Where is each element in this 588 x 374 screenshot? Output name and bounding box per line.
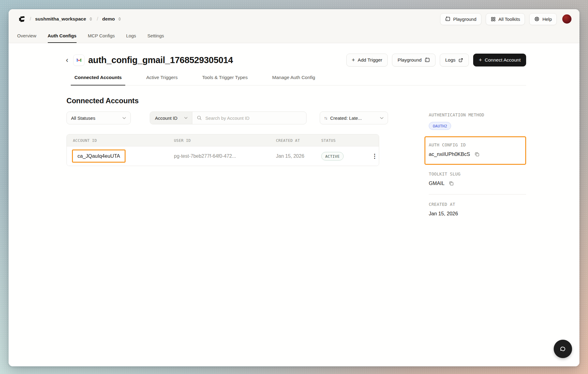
breadcrumb-separator: / bbox=[30, 16, 31, 22]
subtab-tools-trigger-types[interactable]: Tools & Trigger Types bbox=[198, 75, 251, 85]
project-name: demo bbox=[102, 16, 115, 22]
chevron-down-icon bbox=[184, 117, 188, 119]
help-label: Help bbox=[542, 17, 552, 22]
search-input[interactable] bbox=[205, 115, 302, 121]
search-icon bbox=[197, 115, 202, 121]
user-avatar[interactable] bbox=[562, 14, 571, 24]
tab-logs[interactable]: Logs bbox=[126, 33, 136, 43]
section-heading: Connected Accounts bbox=[66, 96, 388, 105]
status-cell: ACTIVE bbox=[315, 152, 363, 161]
col-user-id: USER ID bbox=[168, 138, 270, 143]
col-status: STATUS bbox=[315, 138, 363, 143]
plus-icon: + bbox=[479, 57, 482, 63]
auth-config-id-label: AUTH CONFIG ID bbox=[429, 142, 521, 147]
sort-select[interactable]: ↑↓ Created: Late... bbox=[320, 111, 388, 124]
app-window: / sushmitha_workspace / demo bbox=[9, 9, 579, 366]
playground-label: Playground bbox=[453, 17, 477, 22]
account-id-cell: ca_JQauIq4euUTA bbox=[67, 149, 168, 163]
row-actions-kebab-icon[interactable]: ⋮ bbox=[363, 153, 378, 160]
chevron-down-icon bbox=[380, 117, 384, 119]
page-title: auth_config_gmail_1768529305014 bbox=[88, 55, 233, 65]
main-nav-tabs: Overview Auth Configs MCP Configs Logs S… bbox=[17, 29, 571, 43]
config-subtabs: Connected Accounts Active Triggers Tools… bbox=[71, 75, 526, 85]
logs-label: Logs bbox=[445, 57, 456, 63]
created-at-label: CREATED AT bbox=[429, 202, 526, 207]
tab-auth-configs[interactable]: Auth Configs bbox=[48, 33, 77, 43]
search-combo: Account ID bbox=[150, 111, 307, 124]
auth-method-label: AUTHENTICATION METHOD bbox=[429, 112, 526, 117]
col-account-id: ACCOUNT ID bbox=[67, 138, 168, 143]
back-button[interactable]: ‹ bbox=[63, 56, 71, 64]
playground-icon bbox=[424, 57, 430, 63]
breadcrumb-row: / sushmitha_workspace / demo bbox=[17, 9, 571, 29]
table-row[interactable]: ca_JQauIq4euUTA pg-test-7beb277f-64f0-47… bbox=[67, 146, 379, 166]
breadcrumb-separator: / bbox=[97, 16, 98, 22]
all-toolkits-label: All Toolkits bbox=[499, 17, 520, 22]
col-created-at: CREATED AT bbox=[270, 138, 315, 143]
search-box bbox=[192, 115, 306, 121]
back-chevron-icon: ‹ bbox=[66, 56, 68, 64]
user-id-cell: pg-test-7beb277f-64f0-472... bbox=[168, 153, 270, 159]
search-field-select[interactable]: Account ID bbox=[150, 112, 192, 124]
filters-row: All Statuses Account ID bbox=[66, 111, 388, 124]
created-at-block: CREATED AT Jan 15, 2026 bbox=[429, 202, 526, 217]
status-filter-select[interactable]: All Statuses bbox=[66, 111, 131, 124]
copy-icon[interactable] bbox=[448, 180, 454, 186]
search-field-value: Account ID bbox=[155, 115, 177, 121]
subtab-active-triggers[interactable]: Active Triggers bbox=[142, 75, 181, 85]
created-at-value: Jan 15, 2026 bbox=[429, 211, 458, 217]
add-trigger-button[interactable]: + Add Trigger bbox=[346, 54, 388, 66]
playground-page-label: Playground bbox=[398, 57, 421, 63]
page-actions: + Add Trigger Playground Logs bbox=[346, 54, 526, 66]
auth-config-id-value: ac_nxiIUPh0KBcS bbox=[429, 151, 470, 157]
caret-updown-icon bbox=[89, 17, 93, 21]
chevron-down-icon bbox=[122, 117, 126, 119]
add-trigger-label: Add Trigger bbox=[358, 57, 382, 63]
oauth2-badge: OAUTH2 bbox=[429, 122, 451, 130]
top-bar: / sushmitha_workspace / demo bbox=[9, 9, 579, 43]
main-content: ‹ auth_config_gmail_1768529305014 + Add … bbox=[9, 43, 579, 366]
connected-accounts-section: Connected Accounts All Statuses Account … bbox=[66, 96, 388, 166]
composio-logo-icon[interactable] bbox=[17, 14, 26, 24]
subtab-connected-accounts[interactable]: Connected Accounts bbox=[71, 75, 125, 85]
sort-value: Created: Late... bbox=[330, 115, 362, 121]
created-at-cell: Jan 15, 2026 bbox=[270, 153, 315, 159]
plus-icon: + bbox=[352, 57, 355, 63]
status-filter-value: All Statuses bbox=[71, 115, 95, 121]
breadcrumb: / sushmitha_workspace / demo bbox=[17, 14, 122, 24]
workspace-name: sushmitha_workspace bbox=[35, 16, 86, 22]
subtab-manage-auth-config[interactable]: Manage Auth Config bbox=[269, 75, 319, 85]
gmail-toolkit-icon bbox=[73, 55, 85, 66]
logs-button[interactable]: Logs bbox=[440, 54, 469, 66]
toolkit-slug-label: TOOLKIT SLUG bbox=[429, 172, 526, 176]
chat-bubble-icon bbox=[559, 345, 567, 353]
help-lifebuoy-icon bbox=[534, 16, 540, 22]
all-toolkits-button[interactable]: All Toolkits bbox=[486, 13, 525, 25]
breadcrumb-workspace[interactable]: sushmitha_workspace bbox=[35, 16, 93, 22]
topbar-actions: Playground All Toolkits bbox=[440, 13, 571, 25]
account-id-value-highlighted: ca_JQauIq4euUTA bbox=[72, 149, 126, 163]
tab-mcp-configs[interactable]: MCP Configs bbox=[88, 33, 115, 43]
breadcrumb-project[interactable]: demo bbox=[102, 16, 122, 22]
connected-accounts-table: ACCOUNT ID USER ID CREATED AT STATUS ca_… bbox=[66, 134, 379, 166]
auth-config-id-highlighted: AUTH CONFIG ID ac_nxiIUPh0KBcS bbox=[424, 136, 526, 165]
external-link-icon bbox=[458, 58, 463, 63]
connect-account-button[interactable]: + Connect Account bbox=[473, 54, 526, 66]
caret-updown-icon bbox=[118, 17, 122, 21]
tab-settings[interactable]: Settings bbox=[147, 33, 164, 43]
grid-icon bbox=[491, 17, 496, 22]
sort-arrows-icon: ↑↓ bbox=[324, 115, 327, 120]
toolkit-slug-value: GMAIL bbox=[429, 180, 444, 186]
playground-page-button[interactable]: Playground bbox=[392, 54, 435, 66]
details-sidebar: AUTHENTICATION METHOD OAUTH2 AUTH CONFIG… bbox=[429, 112, 526, 217]
copy-icon[interactable] bbox=[474, 151, 480, 157]
playground-button[interactable]: Playground bbox=[440, 13, 481, 25]
toolkit-slug-block: TOOLKIT SLUG GMAIL bbox=[429, 172, 526, 186]
tab-overview[interactable]: Overview bbox=[17, 33, 36, 43]
playground-icon bbox=[445, 16, 450, 22]
help-button[interactable]: Help bbox=[529, 13, 557, 25]
connect-account-label: Connect Account bbox=[485, 57, 521, 63]
chat-support-button[interactable] bbox=[554, 340, 572, 358]
page-title-row: ‹ auth_config_gmail_1768529305014 + Add … bbox=[63, 54, 526, 66]
status-badge: ACTIVE bbox=[321, 152, 344, 161]
